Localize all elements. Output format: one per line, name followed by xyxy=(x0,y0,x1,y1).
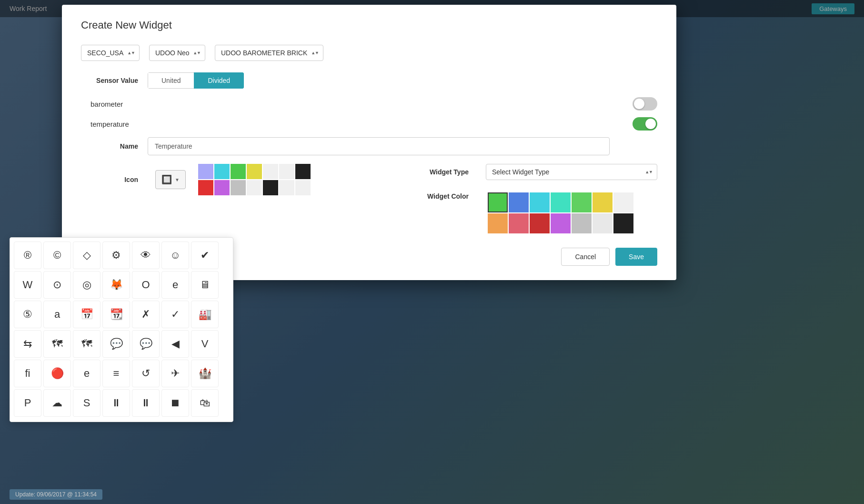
icon-menu[interactable]: ≡ xyxy=(102,360,130,387)
device-select[interactable]: UDOO Neo xyxy=(149,45,205,61)
widget-color-teal[interactable] xyxy=(551,192,571,212)
icon-opera[interactable]: O xyxy=(132,271,160,299)
icon-edge[interactable]: e xyxy=(73,360,100,387)
icon-color-2[interactable] xyxy=(214,164,230,179)
icon-color-5[interactable] xyxy=(263,164,278,179)
icon-arrow[interactable]: ✈ xyxy=(161,360,189,387)
icon-stop[interactable]: ⏹ xyxy=(161,389,189,417)
icon-cloud[interactable]: ☁ xyxy=(43,389,71,417)
icon-color-13[interactable] xyxy=(279,180,294,195)
icon-vimeo[interactable]: V xyxy=(191,330,219,358)
icon-pause2[interactable]: ⏸ xyxy=(132,389,160,417)
icon-color-3[interactable] xyxy=(231,164,246,179)
icon-monitor[interactable]: 🖥 xyxy=(191,271,219,299)
widget-color-pink[interactable] xyxy=(509,213,529,233)
divided-btn[interactable]: Divided xyxy=(194,72,244,89)
barometer-thumb xyxy=(634,99,644,109)
company-select-wrapper[interactable]: SECO_USA xyxy=(81,45,140,61)
widget-color-empty1[interactable] xyxy=(613,192,633,212)
widget-color-yellow[interactable] xyxy=(593,192,613,212)
sensor-select-wrapper[interactable]: UDOO BAROMETER BRICK xyxy=(215,45,323,61)
widget-color-purple[interactable] xyxy=(551,213,571,233)
icon-picker-btn[interactable]: 🔲 ▼ xyxy=(155,170,186,189)
icon-color-9[interactable] xyxy=(214,180,230,195)
update-badge: Update: 09/06/2017 @ 11:34:54 xyxy=(10,489,102,500)
widget-color-red[interactable] xyxy=(530,213,550,233)
icon-color-10[interactable] xyxy=(231,180,246,195)
widget-type-label: Widget Type xyxy=(412,168,478,176)
icon-wiki[interactable]: W xyxy=(14,271,41,299)
icon-castle[interactable]: 🏰 xyxy=(191,360,219,387)
icon-directions[interactable]: ⇆ xyxy=(14,330,41,358)
icon-r[interactable]: ® xyxy=(14,242,41,269)
icon-chat1[interactable]: 💬 xyxy=(102,330,130,358)
icon-pause1[interactable]: ⏸ xyxy=(102,389,130,417)
icon-cc[interactable]: © xyxy=(43,242,71,269)
icon-amazon[interactable]: a xyxy=(43,301,71,328)
company-select[interactable]: SECO_USA xyxy=(81,45,140,61)
icon-map1[interactable]: 🗺 xyxy=(43,330,71,358)
temperature-row: temperature xyxy=(81,117,657,131)
icon-producthunt[interactable]: P xyxy=(14,389,41,417)
icon-label: Icon xyxy=(81,176,148,183)
widget-color-section: Widget Color xyxy=(412,192,657,233)
icon-color-4[interactable] xyxy=(247,164,262,179)
icon-cal-x[interactable]: ✗ xyxy=(132,301,160,328)
modal-title: Create New Widget xyxy=(81,19,657,31)
united-btn[interactable]: United xyxy=(148,72,194,89)
icon-face[interactable]: ☺ xyxy=(161,242,189,269)
name-input[interactable] xyxy=(148,137,610,155)
widget-color-cyan[interactable] xyxy=(530,192,550,212)
icon-bag[interactable]: 🛍 xyxy=(191,389,219,417)
widget-color-black[interactable] xyxy=(613,213,633,233)
icon-fi[interactable]: fi xyxy=(14,360,41,387)
sensor-select[interactable]: UDOO BAROMETER BRICK xyxy=(215,45,323,61)
widget-color-blue[interactable] xyxy=(509,192,529,212)
icon-rewind[interactable]: ◀ xyxy=(161,330,189,358)
widget-color-ltgreen[interactable] xyxy=(572,192,592,212)
widget-color-orange[interactable] xyxy=(488,213,508,233)
save-button[interactable]: Save xyxy=(615,248,657,266)
icon-color-11[interactable] xyxy=(247,180,262,195)
icon-check[interactable]: ✔ xyxy=(191,242,219,269)
icon-symbol: 🔲 xyxy=(161,174,172,185)
widget-color-label: Widget Color xyxy=(412,192,478,200)
icon-color-14[interactable] xyxy=(295,180,311,195)
icon-map2[interactable]: 🗺 xyxy=(73,330,100,358)
icon-s[interactable]: S xyxy=(73,389,100,417)
icon-compass[interactable]: ⊙ xyxy=(43,271,71,299)
icon-chrome[interactable]: ◎ xyxy=(73,271,100,299)
cancel-button[interactable]: Cancel xyxy=(561,248,610,266)
widget-color-ltgray[interactable] xyxy=(593,213,613,233)
icon-color-6[interactable] xyxy=(279,164,294,179)
widget-type-select[interactable]: Select Widget Type xyxy=(486,164,657,180)
icon-color-7[interactable] xyxy=(295,164,311,179)
widget-type-section: Widget Type Select Widget Type xyxy=(412,164,657,180)
barometer-toggle[interactable] xyxy=(633,97,657,111)
barometer-label: barometer xyxy=(90,100,123,108)
icon-chat2[interactable]: 💬 xyxy=(132,330,160,358)
icon-cog[interactable]: ⚙ xyxy=(102,242,130,269)
icon-cal-check[interactable]: ✓ xyxy=(161,301,189,328)
widget-type-select-wrapper[interactable]: Select Widget Type xyxy=(486,164,657,180)
icon-color-8[interactable] xyxy=(198,180,213,195)
icon-diamond[interactable]: ◇ xyxy=(73,242,100,269)
sensor-value-toggle-group: United Divided xyxy=(148,72,244,89)
icon-ie[interactable]: e xyxy=(161,271,189,299)
icon-reddit[interactable]: 🔴 xyxy=(43,360,71,387)
temperature-toggle[interactable] xyxy=(633,117,657,131)
device-select-wrapper[interactable]: UDOO Neo xyxy=(149,45,205,61)
icon-cal-add[interactable]: 📅 xyxy=(73,301,100,328)
sensor-value-label: Sensor Value xyxy=(81,77,148,84)
icon-five[interactable]: ⑤ xyxy=(14,301,41,328)
icon-refresh[interactable]: ↺ xyxy=(132,360,160,387)
widget-color-gray[interactable] xyxy=(572,213,592,233)
icon-color-12[interactable] xyxy=(263,180,278,195)
icon-factory[interactable]: 🏭 xyxy=(191,301,219,328)
icon-color-1[interactable] xyxy=(198,164,213,179)
widget-color-green[interactable] xyxy=(488,192,508,212)
icon-eye[interactable]: 👁 xyxy=(132,242,160,269)
icon-cal-minus[interactable]: 📆 xyxy=(102,301,130,328)
icon-firefox[interactable]: 🦊 xyxy=(102,271,130,299)
icon-btn-arrow: ▼ xyxy=(175,177,180,182)
